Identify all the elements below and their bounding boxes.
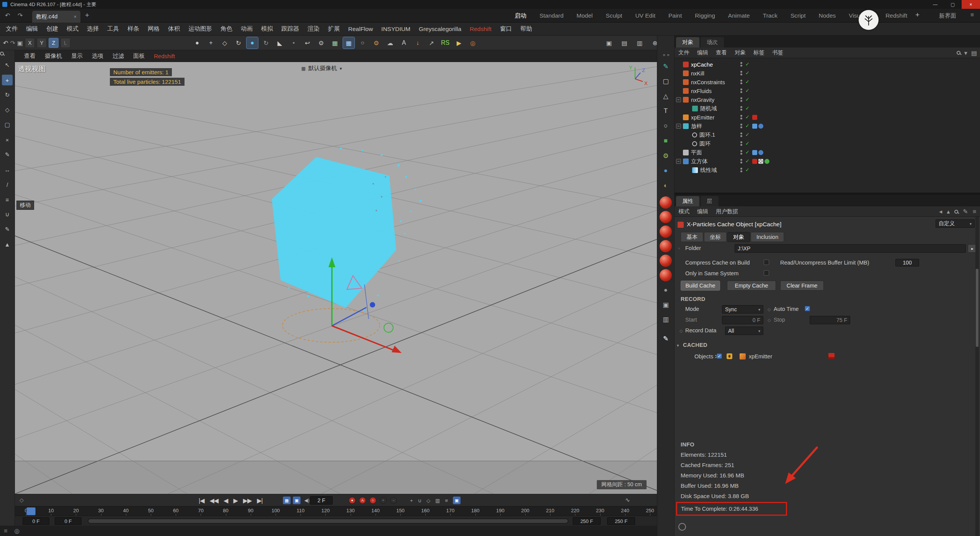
object-row-圆环[interactable]: 圆环✓ <box>675 139 980 148</box>
workplane-icon[interactable]: ◣ <box>274 37 286 49</box>
gear-dot-icon[interactable]: ⚙ <box>371 37 382 49</box>
smoothing-tag[interactable] <box>758 124 763 129</box>
object-name[interactable]: nxFluids <box>691 88 712 94</box>
viewport-canvas[interactable]: 透视视图 ▦ 默认摄像机 ▾ Number of emitters: 1Tota… <box>15 62 657 494</box>
om-tab-场次[interactable]: 场次 <box>701 37 724 47</box>
rotate-tool-icon[interactable]: ↻ <box>2 90 13 100</box>
object-row-线性域[interactable]: 线性域✓ <box>675 166 980 175</box>
up-icon[interactable]: ▴ <box>947 208 950 215</box>
visibility-dots[interactable] <box>740 150 742 152</box>
scale-toggle[interactable]: − <box>390 497 397 504</box>
phong-tag[interactable] <box>752 124 757 129</box>
menu-帮助[interactable]: 帮助 <box>516 25 536 33</box>
lock-icon[interactable] <box>727 353 732 359</box>
film-icon[interactable]: ▥ <box>660 313 672 325</box>
render-to-pv-icon[interactable]: ▤ <box>619 37 630 49</box>
object-name[interactable]: nxConstraints <box>691 79 725 85</box>
attr-tab-属性[interactable]: 属性 <box>676 196 699 206</box>
menu-RealFlow[interactable]: RealFlow <box>344 26 377 33</box>
filter-icon[interactable]: ▾ <box>964 49 967 57</box>
start-field[interactable]: 0 F <box>722 316 763 324</box>
rotate-tool-icon[interactable]: ↻ <box>233 37 244 49</box>
enable-check-icon[interactable]: ✓ <box>745 158 750 164</box>
live-selection-icon[interactable]: ● <box>191 37 203 49</box>
visibility-dots[interactable] <box>740 71 742 73</box>
position-toggle[interactable]: + <box>380 497 387 504</box>
render-picture-icon[interactable]: ▣ <box>17 39 23 47</box>
enable-check-icon[interactable]: ✓ <box>745 167 750 173</box>
circle-spline-icon[interactable]: ○ <box>660 120 672 132</box>
om-menu-编辑[interactable]: 编辑 <box>693 49 712 56</box>
sync-circle-icon[interactable] <box>678 523 686 531</box>
enable-check-icon[interactable]: ✓ <box>745 96 750 102</box>
cube-primitive-icon[interactable]: ▢ <box>660 75 672 87</box>
object-row-放样[interactable]: −放样✓ <box>675 122 980 131</box>
redshift-material-ball[interactable] <box>660 240 672 252</box>
cached-collapse-icon[interactable]: ▾ <box>677 343 679 348</box>
snap-grid-icon[interactable]: ▦ <box>329 37 341 49</box>
workspace-tab-Track[interactable]: Track <box>763 12 777 19</box>
text-primitive-icon[interactable]: T <box>660 105 672 117</box>
render-view-icon[interactable]: ▣ <box>603 37 615 49</box>
search-icon[interactable] <box>954 210 958 214</box>
record-keyframe-button[interactable]: ● <box>349 497 356 504</box>
workspace-tab-UV Edit[interactable]: UV Edit <box>635 12 655 19</box>
menu-Greyscalegorilla[interactable]: Greyscalegorilla <box>415 26 466 33</box>
visibility-dots[interactable] <box>740 132 742 134</box>
view-toggle-b-icon[interactable]: ▫ <box>667 52 670 59</box>
enable-check-icon[interactable]: ✓ <box>745 123 750 129</box>
sim-tag[interactable] <box>764 159 769 164</box>
object-name[interactable]: nxGravity <box>691 97 714 103</box>
redshift-material-ball[interactable] <box>660 226 672 238</box>
viewport-menu-过滤[interactable]: 过滤 <box>108 52 129 60</box>
viewport-menu-查看[interactable]: 查看 <box>20 52 40 60</box>
settings-gear-icon[interactable]: ⚙ <box>315 37 327 49</box>
preset-dropdown[interactable]: 自定义▾ <box>936 219 975 228</box>
object-row-xpCache[interactable]: xpCache✓ <box>675 60 980 69</box>
menu-样条[interactable]: 样条 <box>123 25 144 33</box>
range-end-field[interactable]: 250 F <box>573 517 601 525</box>
render-target-icon[interactable]: ◎ <box>467 37 479 49</box>
tab-close-icon[interactable]: × <box>74 14 77 20</box>
visibility-dots[interactable] <box>740 168 742 170</box>
pen-tool-icon[interactable]: ✎ <box>660 332 672 345</box>
workspace-menu-icon[interactable]: ≡ <box>970 11 974 18</box>
cached-object-name[interactable]: xpEmitter <box>749 353 772 360</box>
circle-spline-icon[interactable] <box>692 132 697 137</box>
compress-checkbox[interactable] <box>764 260 769 265</box>
sky-sphere-icon[interactable]: ● <box>660 284 672 296</box>
clear-frame-button[interactable]: Clear Frame <box>780 281 824 291</box>
range-end-field[interactable]: 250 F <box>607 517 635 525</box>
download-icon[interactable]: ↓ <box>412 37 423 49</box>
om-menu-标签[interactable]: 标签 <box>750 49 768 56</box>
enable-check-icon[interactable]: ✓ <box>745 105 750 111</box>
goto-end-button[interactable]: ▶| <box>257 497 262 504</box>
knife-icon[interactable]: / <box>2 179 13 190</box>
undo-icon[interactable]: ↶ <box>3 39 8 47</box>
uvw-tag[interactable] <box>758 159 763 164</box>
object-row-nxGravity[interactable]: −nxGravity✓ <box>675 95 980 104</box>
keyframe-dot-icon[interactable]: ◇ <box>768 318 771 323</box>
extrude-icon[interactable]: ▲ <box>2 239 13 250</box>
workplane-lock-button[interactable]: L <box>60 38 70 48</box>
om-menu-书签[interactable]: 书签 <box>768 49 787 56</box>
menu-渲染[interactable]: 渲染 <box>304 25 324 33</box>
modeling-axis-icon[interactable]: ▪ <box>288 37 299 49</box>
menu-动画[interactable]: 动画 <box>237 25 257 33</box>
emitter-icon[interactable] <box>683 114 689 120</box>
new-ui-label[interactable]: 新界面 <box>939 12 956 20</box>
render-settings-icon[interactable]: ▥ <box>634 37 645 49</box>
cube-icon[interactable] <box>683 159 689 164</box>
sim-circle-icon[interactable]: ○ <box>357 37 368 49</box>
enable-check-icon[interactable]: ✓ <box>745 141 750 146</box>
workspace-tab-启动[interactable]: 启动 <box>514 12 526 20</box>
same-system-checkbox[interactable] <box>764 270 769 276</box>
random-field-icon[interactable] <box>692 106 698 111</box>
om-menu-查看[interactable]: 查看 <box>712 49 731 56</box>
volume-cube-icon[interactable]: ■ <box>660 135 672 147</box>
redshift-material-ball[interactable] <box>660 255 672 267</box>
field-icon[interactable]: ◐ <box>660 180 672 192</box>
close-button[interactable]: × <box>962 0 980 9</box>
visibility-dots[interactable] <box>740 141 742 143</box>
object-name[interactable]: 放样 <box>691 123 702 130</box>
